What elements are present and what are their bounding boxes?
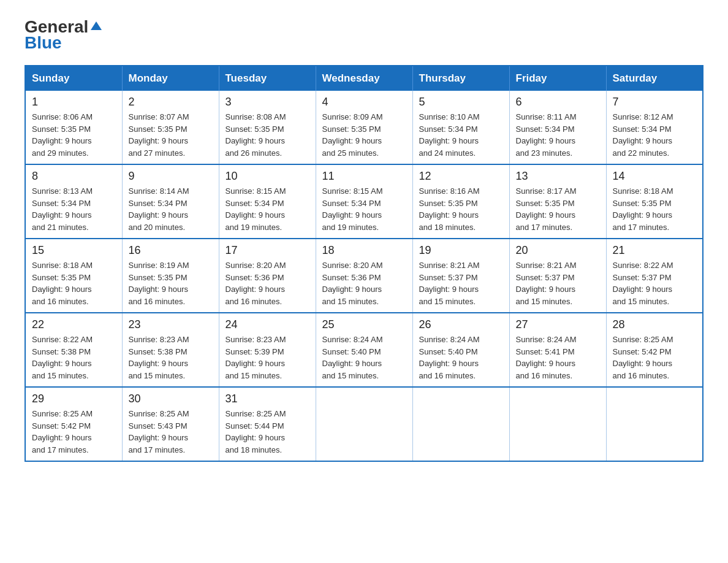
day-info: Sunrise: 8:21 AM Sunset: 5:37 PM Dayligh…: [516, 259, 600, 307]
calendar-day-cell: 7 Sunrise: 8:12 AM Sunset: 5:34 PM Dayli…: [606, 91, 703, 164]
day-number: 17: [226, 244, 309, 257]
svg-marker-0: [91, 21, 102, 30]
day-number: 7: [613, 96, 697, 109]
day-info: Sunrise: 8:14 AM Sunset: 5:34 PM Dayligh…: [129, 185, 213, 233]
calendar-day-cell: 17 Sunrise: 8:20 AM Sunset: 5:36 PM Dayl…: [219, 239, 316, 313]
day-of-week-header: Sunday: [25, 66, 122, 91]
day-number: 20: [516, 244, 600, 257]
day-of-week-header: Thursday: [412, 66, 509, 91]
page-header: General Blue: [25, 18, 703, 53]
day-number: 6: [516, 96, 600, 109]
calendar-week-row: 8 Sunrise: 8:13 AM Sunset: 5:34 PM Dayli…: [25, 164, 703, 239]
calendar-day-cell: 25 Sunrise: 8:24 AM Sunset: 5:40 PM Dayl…: [316, 313, 412, 387]
day-info: Sunrise: 8:18 AM Sunset: 5:35 PM Dayligh…: [613, 185, 697, 233]
day-of-week-header: Tuesday: [219, 66, 316, 91]
day-number: 5: [419, 96, 503, 109]
day-info: Sunrise: 8:07 AM Sunset: 5:35 PM Dayligh…: [129, 111, 213, 159]
day-number: 22: [32, 318, 116, 331]
calendar-day-cell: [509, 387, 606, 461]
calendar-day-cell: 13 Sunrise: 8:17 AM Sunset: 5:35 PM Dayl…: [509, 164, 606, 239]
calendar-day-cell: 24 Sunrise: 8:23 AM Sunset: 5:39 PM Dayl…: [219, 313, 316, 387]
day-info: Sunrise: 8:16 AM Sunset: 5:35 PM Dayligh…: [419, 185, 503, 233]
calendar-day-cell: 21 Sunrise: 8:22 AM Sunset: 5:37 PM Dayl…: [606, 239, 703, 313]
calendar-day-cell: 26 Sunrise: 8:24 AM Sunset: 5:40 PM Dayl…: [412, 313, 509, 387]
day-info: Sunrise: 8:19 AM Sunset: 5:35 PM Dayligh…: [129, 259, 213, 307]
day-number: 29: [32, 393, 116, 405]
day-of-week-header: Monday: [122, 66, 219, 91]
calendar-week-row: 29 Sunrise: 8:25 AM Sunset: 5:42 PM Dayl…: [25, 387, 703, 461]
calendar-day-cell: 29 Sunrise: 8:25 AM Sunset: 5:42 PM Dayl…: [25, 387, 122, 461]
calendar-day-cell: 28 Sunrise: 8:25 AM Sunset: 5:42 PM Dayl…: [606, 313, 703, 387]
calendar-day-cell: 31 Sunrise: 8:25 AM Sunset: 5:44 PM Dayl…: [219, 387, 316, 461]
calendar-day-cell: 14 Sunrise: 8:18 AM Sunset: 5:35 PM Dayl…: [606, 164, 703, 239]
day-info: Sunrise: 8:22 AM Sunset: 5:38 PM Dayligh…: [32, 334, 116, 381]
day-info: Sunrise: 8:25 AM Sunset: 5:42 PM Dayligh…: [32, 408, 116, 456]
day-info: Sunrise: 8:20 AM Sunset: 5:36 PM Dayligh…: [322, 259, 406, 307]
day-of-week-header: Wednesday: [316, 66, 412, 91]
calendar-day-cell: 30 Sunrise: 8:25 AM Sunset: 5:43 PM Dayl…: [122, 387, 219, 461]
day-number: 24: [226, 318, 309, 331]
day-info: Sunrise: 8:15 AM Sunset: 5:34 PM Dayligh…: [322, 185, 406, 233]
calendar-day-cell: 2 Sunrise: 8:07 AM Sunset: 5:35 PM Dayli…: [122, 91, 219, 164]
calendar-week-row: 22 Sunrise: 8:22 AM Sunset: 5:38 PM Dayl…: [25, 313, 703, 387]
day-number: 25: [322, 318, 406, 331]
day-number: 21: [613, 244, 697, 257]
day-number: 18: [322, 244, 406, 257]
day-info: Sunrise: 8:21 AM Sunset: 5:37 PM Dayligh…: [419, 259, 503, 307]
day-of-week-header: Saturday: [606, 66, 703, 91]
day-info: Sunrise: 8:18 AM Sunset: 5:35 PM Dayligh…: [32, 259, 116, 307]
calendar-day-cell: 3 Sunrise: 8:08 AM Sunset: 5:35 PM Dayli…: [219, 91, 316, 164]
day-number: 16: [129, 244, 213, 257]
day-info: Sunrise: 8:23 AM Sunset: 5:39 PM Dayligh…: [226, 334, 309, 381]
day-info: Sunrise: 8:22 AM Sunset: 5:37 PM Dayligh…: [613, 259, 697, 307]
day-number: 12: [419, 170, 503, 183]
logo-triangle-icon: [89, 19, 103, 33]
calendar-day-cell: 4 Sunrise: 8:09 AM Sunset: 5:35 PM Dayli…: [316, 91, 412, 164]
day-number: 28: [613, 318, 697, 331]
calendar-day-cell: 22 Sunrise: 8:22 AM Sunset: 5:38 PM Dayl…: [25, 313, 122, 387]
calendar-week-row: 1 Sunrise: 8:06 AM Sunset: 5:35 PM Dayli…: [25, 91, 703, 164]
day-number: 2: [129, 96, 213, 109]
calendar-day-cell: [412, 387, 509, 461]
day-info: Sunrise: 8:20 AM Sunset: 5:36 PM Dayligh…: [226, 259, 309, 307]
day-info: Sunrise: 8:17 AM Sunset: 5:35 PM Dayligh…: [516, 185, 600, 233]
calendar-day-cell: 16 Sunrise: 8:19 AM Sunset: 5:35 PM Dayl…: [122, 239, 219, 313]
logo-blue-text: Blue: [25, 33, 62, 53]
calendar-day-cell: 12 Sunrise: 8:16 AM Sunset: 5:35 PM Dayl…: [412, 164, 509, 239]
day-info: Sunrise: 8:06 AM Sunset: 5:35 PM Dayligh…: [32, 111, 116, 159]
calendar-day-cell: 6 Sunrise: 8:11 AM Sunset: 5:34 PM Dayli…: [509, 91, 606, 164]
day-of-week-header: Friday: [509, 66, 606, 91]
calendar-header-row: SundayMondayTuesdayWednesdayThursdayFrid…: [25, 66, 703, 91]
calendar-day-cell: 15 Sunrise: 8:18 AM Sunset: 5:35 PM Dayl…: [25, 239, 122, 313]
calendar-day-cell: 23 Sunrise: 8:23 AM Sunset: 5:38 PM Dayl…: [122, 313, 219, 387]
day-number: 31: [226, 393, 309, 405]
day-number: 13: [516, 170, 600, 183]
logo: General Blue: [25, 18, 103, 53]
day-info: Sunrise: 8:08 AM Sunset: 5:35 PM Dayligh…: [226, 111, 309, 159]
day-number: 9: [129, 170, 213, 183]
day-info: Sunrise: 8:11 AM Sunset: 5:34 PM Dayligh…: [516, 111, 600, 159]
day-number: 30: [129, 393, 213, 405]
day-info: Sunrise: 8:24 AM Sunset: 5:40 PM Dayligh…: [322, 334, 406, 381]
day-info: Sunrise: 8:23 AM Sunset: 5:38 PM Dayligh…: [129, 334, 213, 381]
calendar-day-cell: 19 Sunrise: 8:21 AM Sunset: 5:37 PM Dayl…: [412, 239, 509, 313]
day-number: 8: [32, 170, 116, 183]
day-number: 11: [322, 170, 406, 183]
day-info: Sunrise: 8:12 AM Sunset: 5:34 PM Dayligh…: [613, 111, 697, 159]
day-info: Sunrise: 8:09 AM Sunset: 5:35 PM Dayligh…: [322, 111, 406, 159]
day-info: Sunrise: 8:25 AM Sunset: 5:44 PM Dayligh…: [226, 408, 309, 456]
day-number: 23: [129, 318, 213, 331]
calendar-day-cell: 8 Sunrise: 8:13 AM Sunset: 5:34 PM Dayli…: [25, 164, 122, 239]
day-number: 3: [226, 96, 309, 109]
calendar-day-cell: 5 Sunrise: 8:10 AM Sunset: 5:34 PM Dayli…: [412, 91, 509, 164]
calendar-day-cell: 18 Sunrise: 8:20 AM Sunset: 5:36 PM Dayl…: [316, 239, 412, 313]
day-number: 27: [516, 318, 600, 331]
calendar-day-cell: [606, 387, 703, 461]
calendar-day-cell: 27 Sunrise: 8:24 AM Sunset: 5:41 PM Dayl…: [509, 313, 606, 387]
calendar-week-row: 15 Sunrise: 8:18 AM Sunset: 5:35 PM Dayl…: [25, 239, 703, 313]
calendar-day-cell: 20 Sunrise: 8:21 AM Sunset: 5:37 PM Dayl…: [509, 239, 606, 313]
day-number: 10: [226, 170, 309, 183]
calendar-day-cell: 9 Sunrise: 8:14 AM Sunset: 5:34 PM Dayli…: [122, 164, 219, 239]
calendar-table: SundayMondayTuesdayWednesdayThursdayFrid…: [25, 65, 703, 462]
day-info: Sunrise: 8:15 AM Sunset: 5:34 PM Dayligh…: [226, 185, 309, 233]
